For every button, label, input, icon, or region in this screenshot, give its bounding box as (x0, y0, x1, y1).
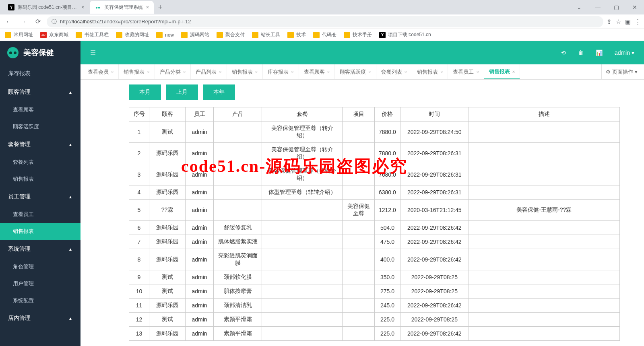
page-tab[interactable]: 查看员工× (448, 64, 484, 79)
filter-year-button[interactable]: 本年 (203, 84, 235, 100)
sidebar-group-system[interactable]: 系统管理▲ (0, 240, 80, 258)
tab-close-icon[interactable]: × (476, 70, 479, 74)
nav-forward[interactable]: → (18, 16, 29, 27)
sidebar-item-view-staff[interactable]: 查看员工 (0, 206, 80, 223)
tab-close-icon[interactable]: × (81, 4, 84, 10)
table-cell (469, 327, 619, 341)
window-minimize[interactable]: — (588, 0, 607, 14)
table-cell (343, 284, 375, 299)
tab-close-icon[interactable]: × (368, 70, 371, 74)
page-tab-label: 查看会员 (88, 68, 109, 76)
topbar: ☰ ⟲ 🗑 📊 admin ▾ (80, 41, 644, 64)
tab-close-icon[interactable]: × (111, 70, 114, 74)
bookmark-item[interactable]: 书签工具栏 (76, 31, 109, 38)
bookmark-item[interactable]: 技术 (287, 31, 306, 38)
filter-last-month-button[interactable]: 上月 (166, 84, 198, 100)
sidebar-item-sales-report-1[interactable]: 销售报表 (0, 171, 80, 187)
table-cell: admin (186, 221, 214, 235)
table-row: 10测试admin肌体按摩膏275.02022-09-29T08:25 (129, 284, 620, 299)
address-bar: ← → ⟳ ⓘ http://localhost:521/index#pro/s… (0, 14, 644, 29)
tab-close-icon[interactable]: × (219, 70, 221, 74)
bookmark-item[interactable]: 技术手册 (344, 31, 372, 38)
share-icon[interactable]: ⇪ (607, 18, 612, 25)
window-close[interactable]: ✕ (625, 0, 644, 14)
page-tab[interactable]: 销售报表× (227, 64, 263, 79)
sidebar-item-customer-activity[interactable]: 顾客活跃度 (0, 118, 80, 135)
page-tab[interactable]: 产品列表× (191, 64, 227, 79)
table-cell (214, 185, 262, 200)
sidebar-item-role-mgmt[interactable]: 角色管理 (0, 258, 80, 275)
page-tab[interactable]: 销售报表× (119, 64, 155, 79)
sidebar-group-staff[interactable]: 员工管理▲ (0, 187, 80, 206)
table-cell (469, 164, 619, 185)
bookmark-item[interactable]: new (156, 32, 174, 38)
bookmark-item[interactable]: 源码网站 (181, 31, 209, 38)
page-tab-label: 产品列表 (196, 68, 217, 76)
tab-title: 源码乐园 code51.cn-项目论文化 (18, 4, 78, 11)
nav-reload[interactable]: ⟳ (32, 16, 43, 27)
tab-close-icon[interactable]: × (291, 70, 293, 74)
sidebar-item-view-customer[interactable]: 查看顾客 (0, 101, 80, 118)
sidebar-item-stock-report[interactable]: 库存报表 (0, 64, 80, 83)
tab-close-icon[interactable]: × (440, 70, 443, 74)
browser-tab[interactable]: ●●美容保健管理系统× (90, 1, 154, 14)
sidebar-item-sales-report-2[interactable]: 销售报表 (0, 223, 80, 240)
table-cell: 2022-09-29T08:26:42 (400, 235, 469, 249)
page-tab[interactable]: 查看会员× (83, 64, 119, 79)
bookmark-item[interactable]: 代码仓 (313, 31, 336, 38)
browser-tab[interactable]: Y源码乐园 code51.cn-项目论文化× (3, 1, 89, 14)
bookmark-item[interactable]: JD京东商城 (40, 31, 68, 38)
page-tab[interactable]: 库存报表× (263, 64, 299, 79)
bookmark-label: 京东商城 (49, 31, 68, 38)
tab-close-icon[interactable]: × (405, 70, 407, 74)
sidebar-group-customer[interactable]: 顾客管理▲ (0, 83, 80, 101)
bookmark-item[interactable]: Y项目下载:code51.cn (379, 31, 431, 38)
page-tab[interactable]: 顾客活跃度× (335, 64, 376, 79)
window-maximize[interactable]: ▢ (607, 0, 625, 14)
table-cell (343, 164, 375, 185)
page-tab[interactable]: 查看顾客× (299, 64, 335, 79)
table-cell (262, 284, 343, 299)
tab-close-icon[interactable]: × (512, 69, 515, 74)
bookmark-item[interactable]: 常用网址 (5, 31, 33, 38)
bookmark-item[interactable]: 站长工具 (252, 31, 280, 38)
table-cell: 2022-09-29T08:25 (400, 313, 469, 327)
tab-close-icon[interactable]: × (327, 70, 330, 74)
sidebar-item-system-config[interactable]: 系统配置 (0, 292, 80, 309)
new-tab-button[interactable]: + (155, 2, 166, 13)
sidebar-group-package[interactable]: 套餐管理▲ (0, 135, 80, 154)
site-info-icon[interactable]: ⓘ (52, 18, 57, 25)
sidebar-collapse-icon[interactable]: ☰ (90, 49, 96, 57)
page-tab[interactable]: 销售报表× (412, 64, 448, 79)
filter-month-button[interactable]: 本月 (129, 84, 161, 100)
table-header-cell: 套餐 (262, 107, 343, 122)
user-name: admin (615, 49, 630, 56)
bookmark-item[interactable]: 收藏的网址 (116, 31, 149, 38)
browser-chrome: Y源码乐园 code51.cn-项目论文化×●●美容保健管理系统× + ⌄ — … (0, 0, 644, 41)
refresh-icon[interactable]: ⟲ (561, 49, 566, 56)
page-tab[interactable]: 套餐列表× (376, 64, 412, 79)
sidebar-item-package-list[interactable]: 套餐列表 (0, 154, 80, 171)
window-dropdown[interactable]: ⌄ (570, 0, 588, 14)
page-operations-menu[interactable]: ⚙ 页面操作 ▾ (601, 64, 642, 79)
tab-close-icon[interactable]: × (183, 70, 186, 74)
bookmark-item[interactable]: 聚合支付 (217, 31, 245, 38)
sidebar-item-user-mgmt[interactable]: 用户管理 (0, 275, 80, 292)
table-cell: 亮彩透肌荧润面膜 (214, 249, 262, 270)
table-cell: 2020-03-16T21:12:45 (400, 200, 469, 221)
page-tab-label: 销售报表 (124, 68, 144, 76)
tab-close-icon[interactable]: × (255, 70, 258, 74)
sidebar-group-store[interactable]: 店内管理▲ (0, 309, 80, 327)
user-menu[interactable]: admin ▾ (615, 49, 634, 56)
tab-close-icon[interactable]: × (146, 4, 149, 10)
tab-close-icon[interactable]: × (147, 70, 149, 74)
trash-icon[interactable]: 🗑 (578, 49, 584, 56)
menu-icon[interactable]: ⋮ (635, 18, 641, 25)
extensions-icon[interactable]: ▣ (625, 18, 631, 25)
bookmark-star-icon[interactable]: ☆ (616, 18, 621, 25)
page-tab[interactable]: 产品分类× (155, 64, 191, 79)
url-box[interactable]: ⓘ http://localhost:521/index#pro/storeRe… (47, 16, 603, 27)
dashboard-icon[interactable]: 📊 (596, 49, 603, 56)
page-tab[interactable]: 销售报表× (484, 64, 520, 79)
nav-back[interactable]: ← (3, 16, 14, 27)
